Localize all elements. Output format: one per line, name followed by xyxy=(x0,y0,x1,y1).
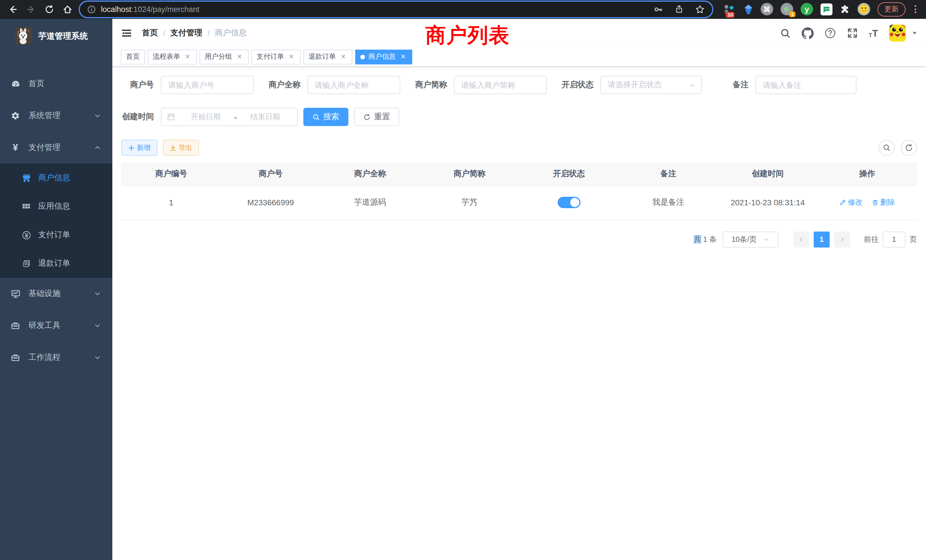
close-icon[interactable]: ✕ xyxy=(236,53,244,61)
extensions-puzzle-icon[interactable] xyxy=(840,4,850,14)
browser-reload-button[interactable] xyxy=(41,1,57,17)
sidebar-item-label: 系统管理 xyxy=(29,110,61,121)
bookmark-star-icon[interactable] xyxy=(695,4,705,14)
avatar-caret-icon[interactable] xyxy=(912,30,917,36)
chevron-down-icon xyxy=(94,322,101,329)
remark-input[interactable] xyxy=(755,76,856,94)
extension-badge: 10 xyxy=(726,12,735,18)
browser-back-button[interactable] xyxy=(5,1,21,17)
font-size-icon[interactable]: TT xyxy=(869,28,878,38)
tab-process-form[interactable]: 流程表单✕ xyxy=(148,49,197,64)
sidebar-toggle-icon[interactable] xyxy=(121,27,132,39)
yudao-extension-icon[interactable]: y xyxy=(800,3,813,15)
page-number-1[interactable]: 1 xyxy=(814,231,830,247)
browser-menu-icon[interactable] xyxy=(913,5,918,13)
browser-profile-avatar[interactable] xyxy=(858,3,870,15)
sidebar-item-refund-orders[interactable]: 退款订单 xyxy=(0,249,112,278)
url-bar[interactable]: localhost:1024/pay/merchant xyxy=(80,2,712,17)
select-placeholder: 请选择开启状态 xyxy=(608,80,662,90)
export-button[interactable]: 导出 xyxy=(163,140,199,156)
sidebar-item-home[interactable]: 首页 xyxy=(0,68,112,100)
tab-merchant-info[interactable]: 商户信息✕ xyxy=(355,49,412,64)
edit-link-label: 修改 xyxy=(848,197,863,207)
github-icon[interactable] xyxy=(801,27,813,39)
user-avatar[interactable] xyxy=(889,24,906,42)
add-button[interactable]: 新增 xyxy=(121,140,157,156)
header-search-icon[interactable] xyxy=(780,28,791,38)
status-toggle[interactable] xyxy=(557,197,580,208)
tab-label: 商户信息 xyxy=(368,52,396,62)
sidebar-item-label: 研发工具 xyxy=(29,321,61,331)
browser-forward-button[interactable] xyxy=(23,1,39,17)
edit-link[interactable]: 修改 xyxy=(839,197,863,207)
page-size-select[interactable]: 10条/页 xyxy=(722,231,778,247)
breadcrumb-separator: / xyxy=(207,29,210,38)
breadcrumb-home[interactable]: 首页 xyxy=(142,28,158,38)
filter-label-create-time: 创建时间 xyxy=(121,112,161,122)
col-full-name: 商户全称 xyxy=(321,162,420,185)
tab-pay-orders[interactable]: 支付订单✕ xyxy=(251,49,301,64)
command-extension-icon[interactable]: ⌘ xyxy=(761,3,773,15)
sidebar-item-workflow[interactable]: 工作流程 xyxy=(0,342,112,374)
password-key-icon[interactable] xyxy=(654,4,663,14)
create-time-range-picker[interactable]: 开始日期 - 结束日期 xyxy=(161,108,298,126)
delete-link-label: 删除 xyxy=(881,197,895,207)
sidebar-item-app-info[interactable]: 应用信息 xyxy=(0,192,112,221)
breadcrumb-payment[interactable]: 支付管理 xyxy=(171,28,203,38)
merchant-no-input[interactable] xyxy=(161,76,254,94)
close-icon[interactable]: ✕ xyxy=(339,53,347,61)
tab-user-group[interactable]: 用户分组✕ xyxy=(200,49,249,64)
fullscreen-icon[interactable] xyxy=(846,27,858,39)
monitor-chart-icon xyxy=(10,289,21,298)
sidebar-item-system[interactable]: 系统管理 xyxy=(0,100,112,132)
top-navbar: 首页 / 支付管理 / 商户信息 xyxy=(112,19,926,47)
chevron-down-icon xyxy=(94,354,101,361)
prev-page-button[interactable] xyxy=(793,231,809,247)
sidebar-item-merchant-info[interactable]: 商户信息 xyxy=(0,163,112,192)
grid-table-icon xyxy=(21,202,31,211)
status-select[interactable]: 请选择开启状态 xyxy=(601,76,702,94)
sidebar-item-label: 商户信息 xyxy=(38,173,70,183)
gem-extension-icon[interactable] xyxy=(743,4,753,15)
refresh-table-icon-button[interactable] xyxy=(901,140,917,156)
sidebar-item-pay-orders[interactable]: 支付订单 xyxy=(0,221,112,249)
table-header-row: 商户编号 商户号 商户全称 商户简称 开启状态 备注 创建时间 操作 xyxy=(121,162,917,185)
site-info-icon[interactable] xyxy=(87,5,96,14)
browser-home-button[interactable] xyxy=(59,1,75,17)
close-icon[interactable]: ✕ xyxy=(399,53,407,61)
next-page-button[interactable] xyxy=(834,231,850,247)
tab-label: 流程表单 xyxy=(153,52,180,62)
tab-refund-orders[interactable]: 退款订单✕ xyxy=(303,49,353,64)
help-icon[interactable] xyxy=(824,27,836,39)
share-icon[interactable] xyxy=(675,5,684,14)
sidebar: 芋道管理系统 首页 系统管理 xyxy=(0,19,112,560)
sidebar-item-payment[interactable]: ¥ 支付管理 xyxy=(0,132,112,163)
tab-manager-extension-icon[interactable]: 10 xyxy=(722,2,736,16)
tab-home[interactable]: 首页 xyxy=(121,49,145,64)
sidebar-item-label: 支付订单 xyxy=(38,230,70,240)
col-create-time: 创建时间 xyxy=(718,162,818,185)
reset-button[interactable]: 重置 xyxy=(354,108,399,126)
cell-remark: 我是备注 xyxy=(619,185,718,219)
browser-update-button[interactable]: 更新 xyxy=(878,2,905,16)
close-icon[interactable]: ✕ xyxy=(184,53,192,61)
page-jump-input[interactable] xyxy=(883,231,905,247)
delete-link[interactable]: 删除 xyxy=(872,197,895,207)
app-logo[interactable]: 芋道管理系统 xyxy=(0,19,112,53)
meet-extension-icon[interactable]: 1 xyxy=(781,3,793,15)
search-button-label: 搜索 xyxy=(323,112,339,122)
full-name-input[interactable] xyxy=(307,76,400,94)
sidebar-item-dev-tools[interactable]: 研发工具 xyxy=(0,310,112,342)
documents-icon xyxy=(21,259,31,268)
col-merchant-id: 商户编号 xyxy=(121,162,221,185)
close-icon[interactable]: ✕ xyxy=(287,53,295,61)
col-short-name: 商户简称 xyxy=(420,162,519,185)
toggle-search-icon-button[interactable] xyxy=(879,140,895,156)
sidebar-item-infrastructure[interactable]: 基础设施 xyxy=(0,278,112,310)
calendar-icon xyxy=(167,113,175,121)
app-title: 芋道管理系统 xyxy=(38,30,88,41)
chat-extension-icon[interactable] xyxy=(820,3,832,15)
search-button[interactable]: 搜索 xyxy=(303,108,348,126)
short-name-input[interactable] xyxy=(454,76,547,94)
start-date-placeholder: 开始日期 xyxy=(180,112,232,122)
